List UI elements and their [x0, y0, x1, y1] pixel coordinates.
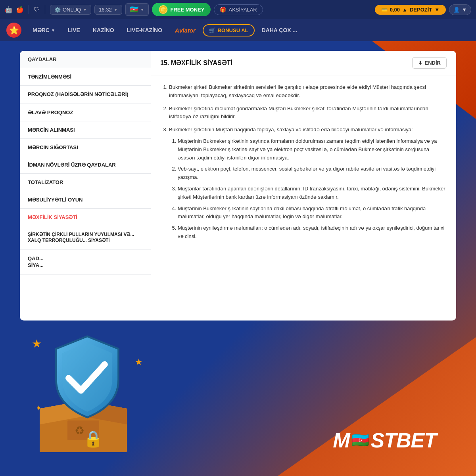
free-money-button[interactable]: 🪙 FREE MONEY — [152, 3, 211, 16]
nav-live[interactable]: LIVE — [62, 24, 86, 36]
wallet-icon: 💳 — [381, 7, 388, 13]
policy-sublist: Müştərinin Bukmeker şirkətinin saytında … — [169, 137, 447, 241]
policy-list: Bukmeker şirkəti Bukmeker şirkətinin ser… — [160, 83, 447, 241]
language-selector[interactable]: 🇦🇿 ▼ — [125, 3, 149, 16]
divider-1 — [29, 5, 29, 14]
cart-icon: 🛒 — [209, 27, 215, 33]
nav-more-label: DAHA ÇOX ... — [262, 27, 298, 33]
gift-icon: 🎁 — [220, 7, 226, 13]
free-money-label: FREE MONEY — [171, 7, 205, 13]
nav-logo[interactable]: ⭐ — [6, 23, 21, 38]
balance-label: 0,00 — [390, 7, 400, 13]
policy-subitem-4: Müştərinin Bukmeker şirkətinin saytların… — [178, 205, 447, 221]
panel-content: Bukmeker şirkəti Bukmeker şirkətinin ser… — [151, 75, 456, 321]
nav-live-kazino[interactable]: LIVE-KAZİNO — [121, 24, 168, 36]
download-icon: ⬇ — [418, 60, 422, 66]
shield-icon[interactable]: 🛡 — [34, 6, 40, 13]
sidebar-item-tenzimlenme[interactable]: TƏNZİMLƏNMƏSİ — [20, 68, 151, 86]
mode-icon: ⚙️ — [54, 7, 61, 13]
user-icon: 👤 — [453, 7, 460, 13]
depozit-label: DEPOZİT — [410, 7, 432, 13]
policy-item-2: Bukmeker şirkətinə məlumat göndərməklə M… — [169, 105, 447, 121]
arrow-up-icon: ▲ — [402, 7, 407, 13]
coin-icon: 🪙 — [158, 5, 168, 14]
policy-subitem-1: Müştərinin Bukmeker şirkətinin saytında … — [178, 137, 447, 162]
policy-item-3: Bukmeker şirkətinin Müştəri haqqında top… — [169, 126, 447, 241]
sidebar-item-qaydalar[interactable]: QAYDALAR — [20, 51, 151, 68]
nav-bonus-button[interactable]: 🛒 BONUSU AL — [203, 24, 255, 36]
content-wrapper: QAYDALAR TƏNZİMLƏNMƏSİ PROQNOZ (HADİSƏLƏ… — [20, 51, 456, 321]
sidebar-item-cirk[interactable]: ŞİRKƏTİN ÇİRKLİ PULLARIN YUYULMASI VƏ...… — [20, 226, 151, 250]
sidebar: QAYDALAR TƏNZİMLƏNMƏSİ PROQNOZ (HADİSƏLƏ… — [20, 51, 151, 321]
chevron-down-icon-2: ▼ — [114, 8, 118, 12]
apple-icon[interactable]: 🍎 — [16, 6, 24, 13]
sidebar-item-totalizator[interactable]: TOTALİZATOR — [20, 174, 151, 191]
divider-2 — [45, 5, 45, 14]
time-selector[interactable]: 16:32 ▼ — [94, 5, 122, 15]
sidebar-item-elave-proqnoz[interactable]: ƏLAVƏ PROQNOZ — [20, 104, 151, 121]
nav-kazino-label: KAZİNO — [93, 27, 114, 33]
sidebar-item-mesuliyyet[interactable]: MƏSULİYYƏTLİ OYUN — [20, 191, 151, 209]
chevron-down-icon-5: ▼ — [462, 7, 467, 13]
endir-label: ENDİR — [425, 60, 441, 66]
main-panel: 15. MƏXFİLİK SİYASƏTİ ⬇ ENDİR Bukmeker ş… — [151, 51, 456, 321]
navbar: ⭐ MƏRC ▼ LIVE KAZİNO LIVE-KAZİNO Aviator… — [0, 19, 476, 41]
nav-aviator-label: Aviator — [175, 27, 196, 34]
mode-selector[interactable]: ⚙️ ONLUQ ▼ — [50, 5, 91, 15]
endir-button[interactable]: ⬇ ENDİR — [412, 57, 447, 69]
panel-header: 15. MƏXFİLİK SİYASƏTİ ⬇ ENDİR — [151, 51, 456, 75]
mode-label: ONLUQ — [63, 7, 81, 13]
chevron-down-icon-3: ▼ — [140, 8, 144, 12]
nav-merc[interactable]: MƏRC ▼ — [27, 24, 61, 36]
nav-live-kazino-label: LIVE-KAZİNO — [127, 27, 162, 33]
panel-title: 15. MƏXFİLİK SİYASƏTİ — [160, 59, 232, 67]
nav-merc-chevron: ▼ — [51, 28, 55, 33]
policy-subitem-2: Veb-sayt, elektron poçt, telefon, messen… — [178, 165, 447, 182]
sidebar-item-proqnoz[interactable]: PROQNOZ (HADİSƏLƏRİN NƏTİCƏLƏRİ) — [20, 86, 151, 104]
topbar: 🤖 🍎 🛡 ⚙️ ONLUQ ▼ 16:32 ▼ 🇦🇿 ▼ 🪙 FREE MON… — [0, 0, 476, 19]
policy-subitem-5: Müştərinin eyniləşdirmə məlumatları: o c… — [178, 224, 447, 241]
nav-live-label: LIVE — [68, 27, 80, 33]
aksiyalar-label: AKSİYALAR — [228, 7, 257, 13]
policy-item-1: Bukmeker şirkəti Bukmeker şirkətinin ser… — [169, 83, 447, 100]
sidebar-item-mercin-alinmasi[interactable]: MƏRCİN ALINMASI — [20, 121, 151, 139]
nav-kazino[interactable]: KAZİNO — [87, 24, 120, 36]
nav-aviator[interactable]: Aviator — [169, 24, 201, 37]
nav-bonus-label: BONUSU AL — [218, 27, 248, 33]
depozit-button[interactable]: 💳 0,00 ▲ DEPOZİT ▼ — [375, 5, 446, 15]
time-label: 16:32 — [99, 7, 112, 13]
android-icon[interactable]: 🤖 — [5, 6, 13, 13]
chevron-down-icon: ▼ — [83, 8, 87, 12]
sidebar-item-idman[interactable]: İDMAN NÖVLƏRİ ÜZRƏ QAYDALAR — [20, 156, 151, 174]
policy-subitem-3: Müştərilər tərəfindən aparılan ödənişlər… — [178, 185, 447, 202]
sidebar-item-mercin-sigorta[interactable]: MƏRCİN SİĞORTASI — [20, 139, 151, 156]
sidebar-item-qad[interactable]: QAD...SİYA... — [20, 250, 151, 275]
nav-more[interactable]: DAHA ÇOX ... — [256, 24, 303, 36]
nav-merc-label: MƏRC — [33, 27, 50, 33]
aksiyalar-button[interactable]: 🎁 AKSİYALAR — [214, 4, 263, 15]
profile-button[interactable]: 👤 ▼ — [449, 4, 471, 15]
chevron-down-icon-4: ▼ — [434, 7, 440, 13]
flag-icon: 🇦🇿 — [130, 5, 138, 14]
sidebar-item-mexfilik[interactable]: MƏXFİLİK SİYASƏTİ — [20, 209, 151, 226]
